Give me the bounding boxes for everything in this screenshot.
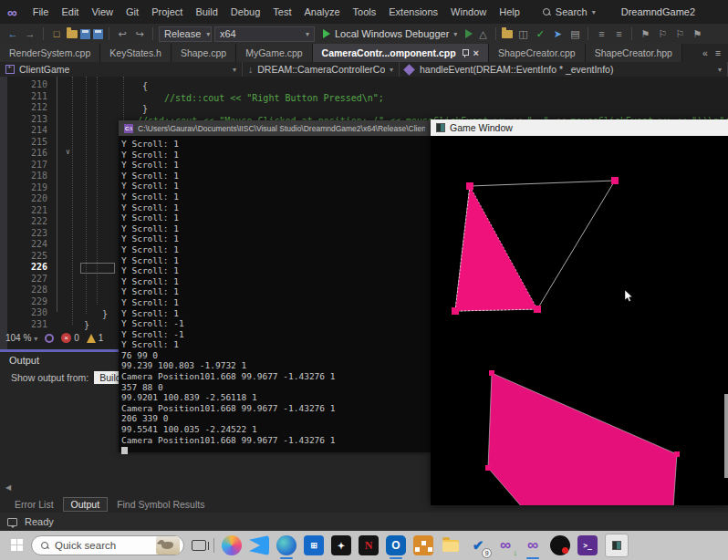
comment-icon[interactable]: ▤ xyxy=(567,28,582,40)
vertex-marker xyxy=(485,465,491,471)
pin-icon[interactable] xyxy=(462,49,468,57)
error-indicator[interactable]: × 0 xyxy=(61,333,79,343)
window-list-icon[interactable]: ≡ xyxy=(715,47,721,58)
game-window-title-bar[interactable]: Game Window xyxy=(431,119,728,136)
background-tasks-icon[interactable] xyxy=(7,518,17,526)
game-window-icon xyxy=(436,123,445,132)
fold-chevron-icon[interactable]: ∨ xyxy=(66,148,70,156)
copilot-icon[interactable] xyxy=(222,535,242,555)
type-dropdown[interactable]: ↓ DREAM::CameraControllerComponent ▾ xyxy=(243,62,400,77)
active-game-window-icon[interactable] xyxy=(605,534,629,557)
menu-item[interactable]: Git xyxy=(120,6,145,17)
tab-keystates[interactable]: KeyStates.h xyxy=(100,44,172,62)
game-window[interactable]: Game Window xyxy=(431,119,728,505)
line-number: 226 xyxy=(7,262,47,274)
zoom-level-dropdown[interactable]: 104 % ▾ xyxy=(5,333,37,343)
platform-dropdown[interactable]: x64▾ xyxy=(214,26,315,42)
tab-error-list[interactable]: Error List xyxy=(7,498,61,511)
tab-cameracontroller-active[interactable]: CameraContr...omponent.cpp × xyxy=(313,44,489,62)
taskbar-search-box[interactable]: Quick search xyxy=(31,535,184,555)
console-line: 357 88 0 xyxy=(121,382,431,393)
search-icon xyxy=(543,8,551,16)
menu-item[interactable]: Tools xyxy=(347,6,383,17)
tab-shape[interactable]: Shape.cpp xyxy=(172,44,236,62)
menu-item[interactable]: Analyze xyxy=(297,6,346,17)
menu-item[interactable]: Window xyxy=(444,6,493,17)
clear-bookmarks-icon[interactable]: ⚑ xyxy=(690,28,704,40)
member-dropdown[interactable]: handleEvent(DREAM::EventInfo * _eventInf… xyxy=(400,62,728,77)
scroll-left-icon[interactable]: ◀ xyxy=(5,483,11,492)
menu-item[interactable]: View xyxy=(85,6,120,17)
project-dropdown[interactable]: ClientGame ▾ xyxy=(0,62,243,77)
menu-item[interactable]: File xyxy=(26,6,56,17)
indent-icon[interactable]: ≡ xyxy=(594,28,608,39)
hot-reload-icon[interactable]: △ xyxy=(475,28,490,40)
menu-item[interactable]: Edit xyxy=(55,6,85,17)
outlook-icon[interactable]: O xyxy=(386,535,406,555)
diagram-app-icon[interactable] xyxy=(413,535,433,555)
save-all-icon[interactable] xyxy=(93,29,103,39)
next-bookmark-icon[interactable]: ⚐ xyxy=(672,28,687,40)
menu-item[interactable]: Help xyxy=(493,6,526,17)
microsoft-store-icon[interactable]: ⊞ xyxy=(304,535,324,555)
game-app-icon[interactable] xyxy=(550,535,570,555)
menu-item[interactable]: Build xyxy=(189,6,224,17)
code-line-231: } xyxy=(84,320,89,332)
new-file-icon[interactable]: □ xyxy=(49,28,64,39)
tab-shapecreator-cpp[interactable]: ShapeCreator.cpp xyxy=(489,44,586,62)
tab-output[interactable]: Output xyxy=(63,497,109,512)
terminal-app-icon[interactable]: >_ xyxy=(577,535,598,555)
screen: ∞ FileEditViewGitProjectBuildDebugTestAn… xyxy=(0,0,728,560)
tab-rendersystem[interactable]: RenderSystem.cpp xyxy=(0,44,100,62)
game-window-title: Game Window xyxy=(450,122,513,133)
edge-browser-icon[interactable] xyxy=(276,535,296,555)
add-item-icon[interactable] xyxy=(502,30,513,38)
spell-check-icon[interactable]: ✓ xyxy=(533,28,547,40)
start-debugging-button[interactable]: Local Windows Debugger ▾ xyxy=(323,28,457,39)
chevron-down-icon: ▾ xyxy=(233,66,236,74)
outdent-icon[interactable]: ≡ xyxy=(611,28,626,39)
menu-item[interactable]: Extensions xyxy=(382,6,444,17)
window-layout-icon[interactable]: ◫ xyxy=(515,28,530,40)
previous-bookmark-icon[interactable]: ⚐ xyxy=(655,28,670,40)
netflix-icon[interactable]: N xyxy=(359,535,379,555)
start-button[interactable] xyxy=(11,539,24,552)
indent-guide xyxy=(72,77,73,325)
menu-item[interactable]: Project xyxy=(145,6,189,17)
navigate-forward-icon[interactable]: → xyxy=(23,28,37,39)
tab-shapecreator-hpp[interactable]: ShapeCreator.hpp xyxy=(586,44,682,62)
todo-app-icon[interactable]: ✔ 9 xyxy=(468,535,488,555)
menu-item[interactable]: Debug xyxy=(224,6,266,17)
task-view-icon[interactable] xyxy=(192,540,206,551)
console-title-bar[interactable]: C:\ C:\Users\Gaurav\Documents\IISC\Visua… xyxy=(119,120,431,136)
file-explorer-icon[interactable] xyxy=(441,535,461,555)
tab-overflow-icon[interactable]: « xyxy=(702,47,708,58)
open-file-icon[interactable] xyxy=(67,30,78,38)
code-lens-icon[interactable] xyxy=(45,334,54,343)
vscode-icon[interactable] xyxy=(249,535,269,555)
navigate-back-icon[interactable]: ← xyxy=(5,28,20,39)
tab-mygame[interactable]: MyGame.cpp xyxy=(236,44,312,62)
game-canvas[interactable] xyxy=(431,136,728,505)
cursor-tool-icon[interactable]: ➤ xyxy=(550,28,565,40)
search-control[interactable]: Search ▾ xyxy=(543,6,596,17)
tab-find-symbol-results[interactable]: Find Symbol Results xyxy=(109,498,212,511)
visual-studio-icon[interactable]: ∞ xyxy=(523,535,543,555)
configuration-dropdown[interactable]: Release▾ xyxy=(159,26,212,42)
bookmark-icon[interactable]: ⚑ xyxy=(638,28,652,40)
console-line: Y Scroll: 1 xyxy=(121,139,431,150)
code-line-230: } xyxy=(102,309,108,321)
menu-item[interactable]: Test xyxy=(266,6,297,17)
redo-icon[interactable]: ↪ xyxy=(132,28,147,40)
status-text: Ready xyxy=(25,516,54,527)
console-window[interactable]: C:\ C:\Users\Gaurav\Documents\IISC\Visua… xyxy=(119,120,431,452)
visual-studio-installer-icon[interactable]: ∞ ↓ xyxy=(495,535,515,555)
warning-indicator[interactable]: 1 xyxy=(87,333,104,343)
line-number: 210 xyxy=(7,79,47,91)
save-icon[interactable] xyxy=(80,29,90,39)
undo-icon[interactable]: ↩ xyxy=(115,28,130,40)
start-without-debugging-icon[interactable] xyxy=(465,29,473,38)
dropbox-icon[interactable]: ✦ xyxy=(331,535,351,555)
close-icon[interactable]: × xyxy=(473,47,479,58)
status-bar: Ready xyxy=(0,513,728,531)
